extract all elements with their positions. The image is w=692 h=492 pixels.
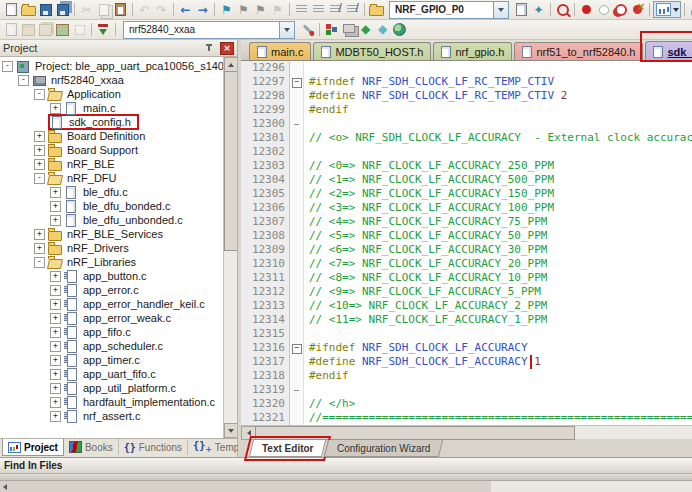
select-packs-button[interactable]: ◆ [374,22,391,37]
navigate-back-button[interactable]: ← [177,2,194,17]
tree-expander[interactable]: + [50,201,61,212]
code-line[interactable]: 12297−#ifndef NRF_SDH_CLOCK_LF_RC_TEMP_C… [241,75,692,89]
code-line[interactable]: 12306// <3=> NRF_CLOCK_LF_ACCURACY_100_P… [241,201,692,215]
save-button[interactable] [37,2,54,17]
target-combo-dropdown[interactable] [279,22,294,38]
function-combo-dropdown[interactable] [493,2,508,18]
code-line[interactable]: 12319 [241,383,692,397]
find-in-files-button[interactable] [368,2,385,17]
doc-tab-sdk_config-h[interactable]: sdk_config.h [645,41,692,61]
code-line[interactable]: 12313// <10=> NRF_CLOCK_LF_ACCURACY_2_PP… [241,299,692,313]
disable-all-breakpoints-button[interactable] [612,2,629,17]
code-line[interactable]: 12300 [241,117,692,131]
code-line[interactable]: 12318#endif [241,369,692,383]
tree-expander[interactable]: - [2,61,13,72]
tree-item[interactable]: +app_error_handler_keil.c [0,297,224,311]
tree-item[interactable]: -Application [0,87,224,101]
tree-item[interactable]: -Project: ble_app_uart_pca10056_s140 [0,59,224,73]
tree-expander[interactable]: + [50,341,61,352]
next-bookmark-button[interactable]: ⚑ [252,2,269,17]
indent-button[interactable] [293,2,310,17]
tree-item[interactable]: +app_error.c [0,283,224,297]
tree-item[interactable]: +nRF_Drivers [0,241,224,255]
tree-item[interactable]: -nRF_DFU [0,171,224,185]
pin-icon[interactable] [205,43,214,54]
tree-item[interactable]: +nRF_BLE [0,157,224,171]
tree-expander[interactable]: + [50,285,61,296]
doc-tab-MDBT50_HOST-h[interactable]: MDBT50_HOST.h [313,42,431,60]
tree-item[interactable]: +ble_dfu.c [0,185,224,199]
download-button[interactable] [95,22,112,37]
scrollbar-thumb[interactable] [224,71,237,251]
manage-books-button[interactable] [391,22,408,37]
tree-item[interactable]: sdk_config.h [0,115,224,129]
stop-build-button[interactable] [71,22,88,37]
code-line[interactable]: 12311// <8=> NRF_CLOCK_LF_ACCURACY_10_PP… [241,271,692,285]
configure-button[interactable] [688,2,692,17]
cut-button[interactable]: ✂ [78,2,95,17]
options-for-target-button[interactable] [299,22,316,37]
tree-expander[interactable]: - [34,173,45,184]
panel-tab-books[interactable]: Books [64,439,119,455]
find-hscrollbar[interactable] [0,481,491,492]
code-line[interactable]: 12301// <o> NRF_SDH_CLOCK_LF_ACCURACY - … [241,131,692,145]
unindent-button[interactable] [310,2,327,17]
open-file-button[interactable] [20,2,37,17]
build-button[interactable] [20,22,37,37]
prev-bookmark-button[interactable]: ⚑ [235,2,252,17]
code-line[interactable]: 12299#endif [241,103,692,117]
code-editor[interactable]: 1229612297−#ifndef NRF_SDH_CLOCK_LF_RC_T… [241,61,692,425]
close-panel-button[interactable]: × [220,42,234,55]
tree-item[interactable]: +app_scheduler.c [0,339,224,353]
tree-item[interactable]: -nrf52840_xxaa [0,73,224,87]
incremental-find-button[interactable]: ✦ [530,2,547,17]
code-line[interactable]: 12317#define NRF_SDH_CLOCK_LF_ACCURACY 1 [241,355,692,369]
tree-expander[interactable]: + [50,313,61,324]
tree-expander[interactable]: + [50,215,61,226]
tree-expander[interactable]: + [50,271,61,282]
tree-item[interactable]: +ble_dfu_unbonded.c [0,213,224,227]
code-line[interactable]: 12296 [241,61,692,75]
tree-expander[interactable]: + [50,103,61,114]
tree-expander[interactable]: + [50,383,61,394]
disable-breakpoint-button[interactable] [595,2,612,17]
navigate-forward-button[interactable]: → [194,2,211,17]
scroll-left-button[interactable] [241,426,256,440]
doc-tab-main-c[interactable]: main.c [249,42,311,60]
scroll-down-button[interactable] [224,423,237,438]
comment-button[interactable] [327,2,344,17]
find-button[interactable] [513,2,530,17]
code-line[interactable]: 12303// <0=> NRF_CLOCK_LF_ACCURACY_250_P… [241,159,692,173]
tree-item[interactable]: +nRF_BLE_Services [0,227,224,241]
insert-breakpoint-button[interactable] [578,2,595,17]
code-line[interactable]: 12316−#ifndef NRF_SDH_CLOCK_LF_ACCURACY [241,341,692,355]
tree-item[interactable]: +app_button.c [0,269,224,283]
debug-session-button[interactable] [554,2,571,17]
tree-item[interactable]: +app_uart_fifo.c [0,367,224,381]
pack-installer-button[interactable]: ◆ [357,22,374,37]
code-line[interactable]: 12308// <5=> NRF_CLOCK_LF_ACCURACY_50_PP… [241,229,692,243]
fold-collapse-icon[interactable]: − [292,78,302,88]
manage-rte-button[interactable] [323,22,340,37]
code-line[interactable]: 12314// <11=> NRF_CLOCK_LF_ACCURACY_1_PP… [241,313,692,327]
batch-build-button[interactable] [54,22,71,37]
tree-item[interactable]: +app_fifo.c [0,325,224,339]
paste-button[interactable] [112,2,129,17]
tree-expander[interactable]: + [50,327,61,338]
code-line[interactable]: 12302 [241,145,692,159]
tree-expander[interactable]: + [34,131,45,142]
hscrollbar-thumb[interactable] [255,426,575,440]
code-line[interactable]: 12320// </h> [241,397,692,411]
copy-button[interactable] [95,2,112,17]
tree-item[interactable]: +app_util_platform.c [0,381,224,395]
code-line[interactable]: 12307// <4=> NRF_CLOCK_LF_ACCURACY_75_PP… [241,215,692,229]
code-line[interactable]: 12310// <7=> NRF_CLOCK_LF_ACCURACY_20_PP… [241,257,692,271]
tree-expander[interactable]: + [50,187,61,198]
analysis-windows-button[interactable] [653,1,681,18]
tree-item[interactable]: +main.c [0,101,224,115]
code-line[interactable]: 12312// <9=> NRF_CLOCK_LF_ACCURACY_5_PPM [241,285,692,299]
redo-button[interactable]: ↷ [153,2,170,17]
new-file-button[interactable] [3,2,20,17]
translate-button[interactable] [3,22,20,37]
panel-tab-project[interactable]: Project [2,439,64,456]
